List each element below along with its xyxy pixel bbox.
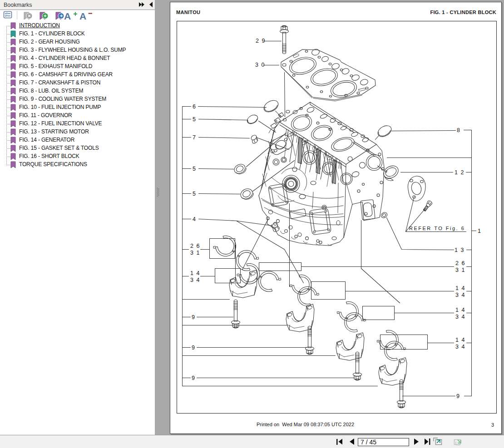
svg-text:1: 1 xyxy=(478,228,481,234)
svg-text:5: 5 xyxy=(193,191,196,197)
svg-text:1 4: 1 4 xyxy=(455,307,465,313)
svg-text:6: 6 xyxy=(193,103,196,110)
svg-text:3 4: 3 4 xyxy=(455,314,465,320)
svg-text:3 0: 3 0 xyxy=(255,62,265,68)
svg-text:4: 4 xyxy=(193,216,196,222)
svg-text:3 4: 3 4 xyxy=(455,292,465,298)
svg-text:1 4: 1 4 xyxy=(455,337,465,343)
svg-text:2 6: 2 6 xyxy=(190,243,200,249)
svg-text:A: A xyxy=(79,11,86,21)
svg-text:3 1: 3 1 xyxy=(455,267,465,273)
svg-text:1 4: 1 4 xyxy=(455,285,465,291)
svg-text:2 6: 2 6 xyxy=(455,260,465,266)
svg-text:7 / 45: 7 / 45 xyxy=(361,438,376,446)
svg-text:3 4: 3 4 xyxy=(455,344,465,350)
svg-text:5: 5 xyxy=(193,116,196,123)
svg-text:3 1: 3 1 xyxy=(190,250,200,256)
svg-text:5: 5 xyxy=(193,166,196,172)
svg-text:1 3: 1 3 xyxy=(455,247,464,253)
svg-text:8: 8 xyxy=(457,127,460,133)
svg-text:9: 9 xyxy=(192,345,195,351)
svg-text:1 2: 1 2 xyxy=(455,169,464,176)
svg-text:9: 9 xyxy=(192,375,195,381)
svg-text:9: 9 xyxy=(192,314,195,320)
svg-text:3 4: 3 4 xyxy=(190,277,200,283)
svg-text:A: A xyxy=(64,11,71,21)
svg-text:REFER TO Fig. 6: REFER TO Fig. 6 xyxy=(409,226,465,231)
svg-text:9: 9 xyxy=(456,393,460,399)
svg-text:7: 7 xyxy=(193,134,196,141)
svg-text:2 9: 2 9 xyxy=(256,38,266,44)
svg-text:1 4: 1 4 xyxy=(190,270,200,276)
